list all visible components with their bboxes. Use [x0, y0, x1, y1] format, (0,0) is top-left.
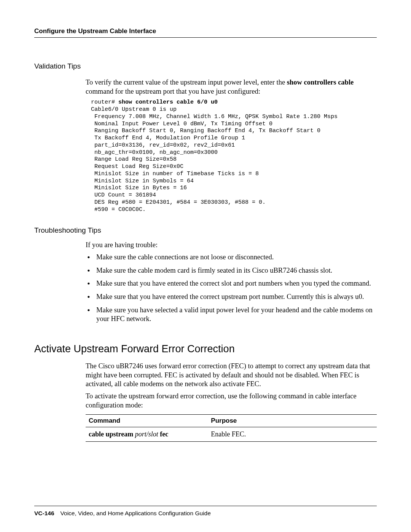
troubleshooting-intro: If you are having trouble: [86, 241, 377, 250]
code-line: Request Load Reg Size=0x0C [91, 163, 183, 170]
cmd-text-suffix: fec [158, 430, 168, 438]
fec-paragraph-1: The Cisco uBR7246 uses forward error cor… [86, 362, 377, 389]
code-line: #590 = C0C0C0C. [91, 206, 146, 213]
code-line: nb_agc_thr=0x0100, nb_agc_nom=0x3000 [91, 149, 218, 156]
table-row: cable upstream port/slot fec Enable FEC. [86, 427, 377, 442]
list-item: Make sure that you have entered the corr… [86, 279, 377, 288]
code-line: Ranging Backoff Start 0, Ranging Backoff… [91, 128, 320, 134]
code-prompt: router# [91, 99, 118, 105]
page-footer: VC-146 Voice, Video, and Home Applicatio… [34, 506, 377, 532]
heading-validation-tips: Validation Tips [34, 62, 377, 70]
running-header: Configure the Upstream Cable Interface [34, 27, 377, 38]
heading-activate-fec: Activate Upstream Forward Error Correcti… [34, 343, 377, 355]
validation-intro-command: show controllers cable [287, 78, 354, 86]
code-line: Nominal Input Power Level 0 dBmV, Tx Tim… [91, 121, 272, 127]
code-line: Tx Backoff End 4, Modulation Profile Gro… [91, 135, 245, 141]
code-line: Frequency 7.008 MHz, Channel Width 1.6 M… [91, 113, 338, 120]
heading-troubleshooting-tips: Troubleshooting Tips [34, 226, 377, 235]
code-line: part_id=0x3136, rev_id=0x02, rev2_id=0x6… [91, 142, 235, 149]
code-line: Range Load Reg Size=0x58 [91, 156, 177, 163]
code-line: Cable6/0 Upstream 0 is up [91, 106, 177, 113]
table-header-command: Command [86, 415, 208, 427]
command-table: Command Purpose cable upstream port/slot… [86, 414, 377, 442]
validation-intro: To verify the current value of the upstr… [86, 78, 377, 96]
code-line: Minislot Size in number of Timebase Tick… [91, 171, 259, 177]
cmd-text-prefix: cable upstream [89, 430, 135, 438]
code-line: UCD Count = 361894 [91, 192, 156, 198]
table-cell-purpose: Enable FEC. [208, 427, 377, 442]
fec-paragraph-2: To activate the upstream forward error c… [86, 392, 377, 410]
list-item: Make sure the cable modem card is firmly… [86, 266, 377, 275]
table-cell-command: cable upstream port/slot fec [86, 427, 208, 442]
troubleshooting-list: Make sure the cable connections are not … [86, 253, 377, 324]
list-item: Make sure you have selected a valid inpu… [86, 306, 377, 324]
page-number: VC-146 [34, 510, 54, 517]
list-item: Make sure that you have entered the corr… [86, 292, 377, 302]
cmd-text-italic: port/slot [135, 430, 158, 438]
list-item: Make sure the cable connections are not … [86, 253, 377, 262]
code-command: show controllers cable 6/0 u0 [118, 99, 218, 105]
code-line: DES Reg #580 = E204301, #584 = 3E030303,… [91, 199, 266, 206]
validation-intro-prefix: To verify the current value of the upstr… [86, 78, 287, 86]
table-header-purpose: Purpose [208, 415, 377, 427]
code-output: router# show controllers cable 6/0 u0 Ca… [91, 99, 377, 213]
code-line: Minislot Size in Symbols = 64 [91, 178, 194, 184]
book-title: Voice, Video, and Home Applications Conf… [61, 510, 211, 517]
validation-intro-suffix: command for the upstream port that you h… [86, 88, 260, 95]
code-line: Minislot Size in Bytes = 16 [91, 185, 187, 191]
